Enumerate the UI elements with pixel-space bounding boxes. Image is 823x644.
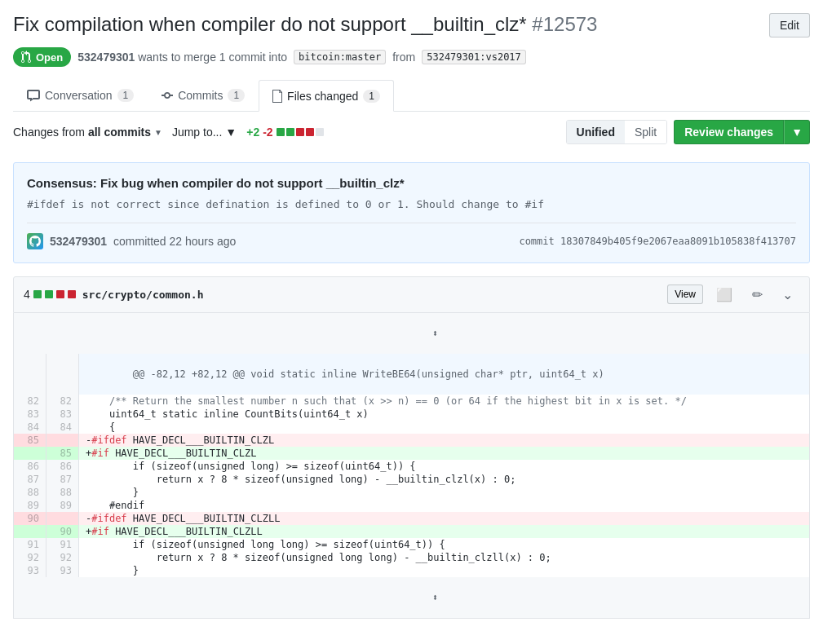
chevron-down-icon-2: ▼	[225, 126, 237, 139]
commit-description: #ifdef is not correct since defination i…	[27, 196, 796, 213]
commits-dropdown[interactable]: Changes from all commits ▼	[13, 126, 162, 139]
tab-conversation[interactable]: Conversation 1	[13, 80, 148, 111]
stat-block-red-1	[296, 128, 304, 136]
status-badge: Open	[13, 47, 71, 67]
diff-line-85-add: 85 +#if HAVE_DECL___BUILTIN_CLZL	[14, 447, 810, 460]
toolbar-left: Changes from all commits ▼ Jump to... ▼ …	[13, 126, 324, 139]
pr-title-text: Fix compilation when compiler do not sup…	[13, 13, 527, 35]
diff-line-86: 86 86 if (sizeof(unsigned long) >= sizeo…	[14, 460, 810, 473]
additions-count: +2	[246, 126, 259, 139]
hunk-content: @@ -82,12 +82,12 @@ void static inline W…	[79, 354, 810, 395]
commit-footer: 532479301 committed 22 hours ago commit …	[27, 233, 796, 249]
pr-meta: Open 532479301 wants to merge 1 commit i…	[13, 47, 810, 67]
stat-block-gray-1	[316, 128, 324, 136]
commit-divider	[27, 223, 796, 223]
diff-line-90-add: 90 +#if HAVE_DECL___BUILTIN_CLZLL	[14, 525, 810, 538]
page-header: Fix compilation when compiler do not sup…	[13, 13, 810, 37]
edit-file-btn[interactable]: ✏	[746, 284, 769, 306]
commit-hash: commit 18307849b405f9e2067eaa8091b105838…	[519, 236, 796, 247]
file-icon	[272, 90, 282, 103]
file-stat-green-2	[45, 290, 53, 298]
head-branch[interactable]: 532479301:vs2017	[422, 50, 526, 64]
from-text: from	[392, 51, 415, 64]
stat-block-red-2	[306, 128, 314, 136]
diff-line-89: 89 89 #endif	[14, 499, 810, 512]
deletions-count: -2	[263, 126, 272, 139]
diff-line-83: 83 83 uint64_t static inline CountBits(u…	[14, 408, 810, 421]
jump-to-dropdown[interactable]: Jump to... ▼	[172, 126, 237, 139]
expand-bottom-icon: ⬍	[432, 592, 438, 603]
pr-author: 532479301 wants to merge 1 commit into	[77, 51, 287, 64]
hunk-line-num-new	[46, 354, 79, 395]
file-actions: View ⬜ ✏ ⌄	[667, 284, 799, 306]
diff-line-93: 93 93 }	[14, 564, 810, 577]
unified-btn[interactable]: Unified	[567, 121, 625, 143]
commit-author-name: 532479301	[50, 235, 107, 248]
commit-time: committed 22 hours ago	[113, 235, 236, 248]
view-file-btn[interactable]: View	[667, 285, 703, 304]
commit-hash-value: 18307849b405f9e2067eaa8091b105838f413707	[560, 236, 796, 247]
review-btn-group: Review changes ▼	[674, 120, 810, 144]
stat-block-green-2	[286, 128, 294, 136]
comment-icon	[27, 89, 40, 102]
diff-line-87: 87 87 return x ? 8 * sizeof(unsigned lon…	[14, 473, 810, 486]
merge-icon	[21, 51, 33, 64]
tab-conversation-count: 1	[117, 89, 135, 102]
diff-line-84: 84 84 {	[14, 421, 810, 434]
diff-line-90-del: 90 -#ifdef HAVE_DECL___BUILTIN_CLZLL	[14, 512, 810, 525]
commit-author: 532479301 committed 22 hours ago	[27, 233, 236, 249]
stat-blocks	[277, 128, 324, 136]
chevron-down-icon: ▼	[154, 128, 162, 137]
tab-files-changed[interactable]: Files changed 1	[259, 80, 394, 112]
tab-files-label: Files changed	[287, 90, 358, 103]
collapse-btn[interactable]: ⌄	[776, 284, 799, 306]
review-changes-btn[interactable]: Review changes	[674, 120, 784, 144]
file-stat-blocks: 4	[24, 288, 76, 301]
diff-stats: +2 -2	[246, 126, 323, 139]
diff-hunk-header: @@ -82,12 +82,12 @@ void static inline W…	[14, 354, 810, 395]
edit-button[interactable]: Edit	[769, 13, 810, 37]
file-header: 4 src/crypto/common.h View ⬜ ✏ ⌄	[13, 276, 810, 313]
view-toggle: Unified Split	[566, 120, 668, 144]
commits-icon	[162, 89, 173, 102]
diff-line-82: 82 82 /** Return the smallest number n s…	[14, 395, 810, 408]
base-branch[interactable]: bitcoin:master	[294, 50, 386, 64]
file-path: src/crypto/common.h	[82, 289, 204, 301]
expand-icon: ⬍	[432, 328, 438, 339]
file-stat-green-1	[33, 290, 42, 298]
diff-line-88: 88 88 }	[14, 486, 810, 499]
tabs: Conversation 1 Commits 1 Files changed 1	[13, 80, 810, 112]
file-stat-red-2	[68, 290, 76, 298]
pr-number: #12573	[532, 13, 597, 35]
stat-block-green-1	[277, 128, 285, 136]
display-mode-btn[interactable]: ⬜	[710, 284, 739, 306]
file-stat-red-1	[56, 290, 64, 298]
diff-toolbar: Changes from all commits ▼ Jump to... ▼ …	[13, 112, 810, 152]
tab-commits-label: Commits	[178, 89, 223, 102]
commit-title: Consensus: Fix bug when compiler do not …	[27, 176, 796, 190]
tab-commits-count: 1	[228, 89, 245, 102]
avatar	[27, 233, 43, 249]
toolbar-right: Unified Split Review changes ▼	[566, 120, 810, 144]
split-btn[interactable]: Split	[625, 121, 666, 143]
commit-box: Consensus: Fix bug when compiler do not …	[13, 162, 810, 263]
file-header-left: 4 src/crypto/common.h	[24, 288, 204, 301]
diff-line-91: 91 91 if (sizeof(unsigned long long) >= …	[14, 538, 810, 551]
tab-files-count: 1	[363, 90, 380, 103]
tab-commits[interactable]: Commits 1	[148, 80, 259, 111]
hunk-line-num-old	[14, 354, 46, 395]
tab-conversation-label: Conversation	[45, 89, 113, 102]
file-stat-count: 4	[24, 288, 30, 301]
diff-line-85-del: 85 -#ifdef HAVE_DECL___BUILTIN_CLZL	[14, 434, 810, 447]
diff-expand-bottom[interactable]: ⬍	[14, 577, 810, 619]
pr-title: Fix compilation when compiler do not sup…	[13, 13, 597, 36]
review-changes-dropdown[interactable]: ▼	[784, 120, 810, 144]
open-label: Open	[36, 51, 63, 64]
diff-expand-top[interactable]: ⬍	[14, 313, 810, 354]
diff-table: ⬍ @@ -82,12 +82,12 @@ void static inline…	[13, 313, 810, 619]
diff-line-92: 92 92 return x ? 8 * sizeof(unsigned lon…	[14, 551, 810, 564]
